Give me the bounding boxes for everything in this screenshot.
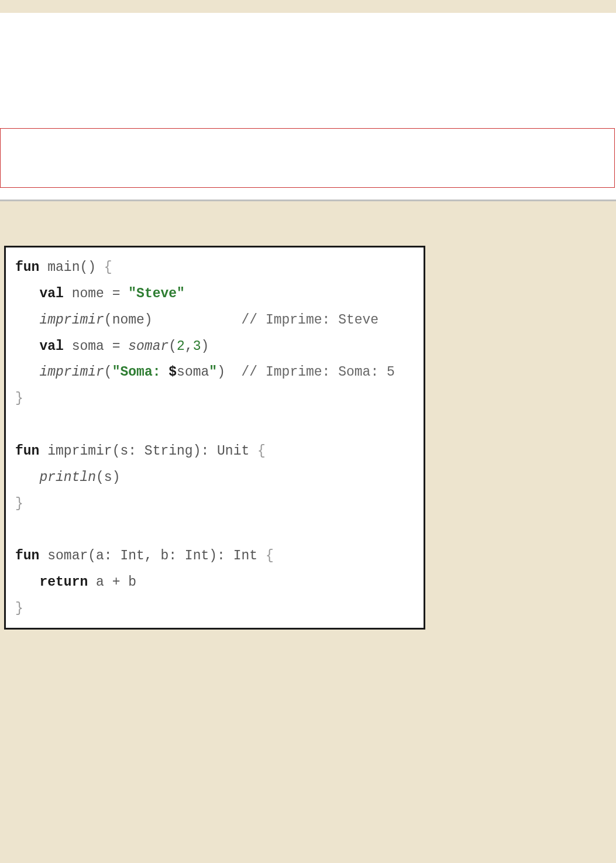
code-line-9: } [15, 496, 23, 511]
code-line-5: imprimir("Soma: $soma") // Imprime: Soma… [39, 365, 394, 380]
code-line-7: fun imprimir(s: String): Unit { [15, 443, 266, 459]
code-line-12: } [15, 601, 23, 616]
keyword-fun: fun [15, 260, 39, 275]
code-line-1: fun main() { [15, 260, 112, 275]
keyword-fun: fun [15, 548, 39, 563]
code-line-6: } [15, 391, 23, 406]
horizontal-divider [0, 200, 616, 201]
code-line-11: return a + b [39, 575, 136, 590]
keyword-return: return [39, 575, 88, 590]
empty-red-bordered-box [0, 128, 615, 188]
document-page: fun main() { val nome = "Steve" imprimir… [0, 0, 616, 863]
code-line-4: val soma = somar(2,3) [39, 339, 209, 354]
keyword-val: val [39, 339, 63, 354]
code-line-8: println(s) [39, 470, 120, 485]
keyword-val: val [39, 286, 63, 301]
keyword-fun: fun [15, 443, 39, 459]
code-line-10: fun somar(a: Int, b: Int): Int { [15, 548, 274, 563]
code-line-3: imprimir(nome) // Imprime: Steve [39, 312, 378, 328]
code-block: fun main() { val nome = "Steve" imprimir… [4, 246, 425, 630]
code-line-2: val nome = "Steve" [39, 286, 184, 301]
